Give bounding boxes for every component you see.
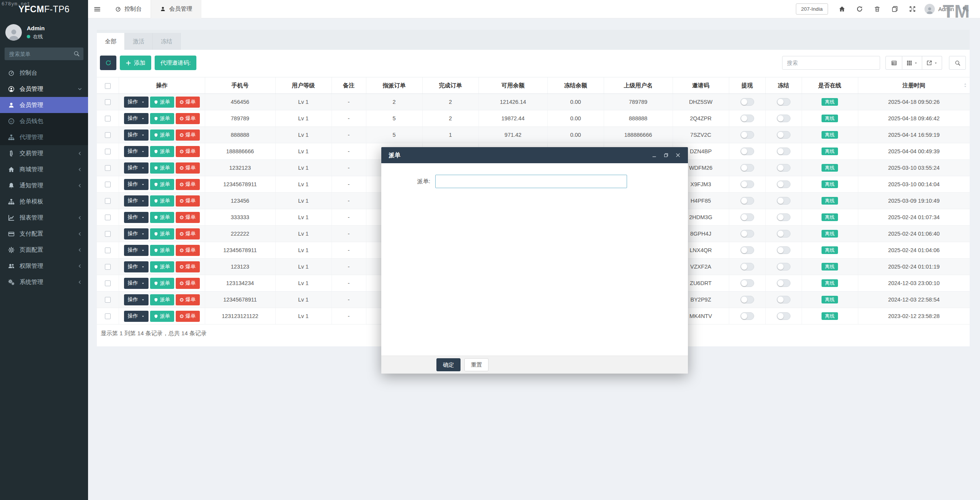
operate-button[interactable]: 操作 xyxy=(124,261,149,272)
operate-button[interactable]: 操作 xyxy=(124,162,149,174)
search-button[interactable] xyxy=(949,56,966,70)
freeze-toggle[interactable] xyxy=(777,180,791,188)
sidebar-item-system-mgmt[interactable]: 系统管理 xyxy=(0,274,88,290)
freeze-toggle[interactable] xyxy=(777,296,791,303)
trash-button[interactable] xyxy=(869,0,886,18)
row-checkbox[interactable] xyxy=(105,248,111,253)
topbar-tab-console[interactable]: 控制台 xyxy=(106,0,151,18)
withdraw-toggle[interactable] xyxy=(740,98,754,106)
freeze-toggle[interactable] xyxy=(777,230,791,238)
topbar-tab-member[interactable]: 会员管理 xyxy=(151,0,201,18)
operate-button[interactable]: 操作 xyxy=(124,146,149,157)
withdraw-toggle[interactable] xyxy=(740,296,754,303)
withdraw-toggle[interactable] xyxy=(740,115,754,122)
row-checkbox[interactable] xyxy=(105,313,111,319)
freeze-toggle[interactable] xyxy=(777,115,791,122)
table-search-input[interactable] xyxy=(782,56,880,70)
sidebar-item-perm-mgmt[interactable]: 权限管理 xyxy=(0,258,88,274)
row-checkbox[interactable] xyxy=(105,149,111,154)
dispatch-button[interactable]: 派单 xyxy=(150,195,174,207)
burst-button[interactable]: 爆单 xyxy=(176,130,200,141)
sidebar-item-member-wallet[interactable]: cc会员钱包 xyxy=(0,113,88,129)
tab-all[interactable]: 全部 xyxy=(97,33,125,50)
refresh-button[interactable] xyxy=(100,56,116,70)
burst-button[interactable]: 爆单 xyxy=(176,311,200,322)
operate-button[interactable]: 操作 xyxy=(124,228,149,239)
row-checkbox[interactable] xyxy=(105,182,111,187)
menu-search-input[interactable] xyxy=(5,48,83,60)
burst-button[interactable]: 爆单 xyxy=(176,261,200,272)
tab-active[interactable]: 激活 xyxy=(125,33,153,50)
operate-button[interactable]: 操作 xyxy=(124,245,149,256)
row-checkbox[interactable] xyxy=(105,264,111,270)
withdraw-toggle[interactable] xyxy=(740,263,754,270)
freeze-toggle[interactable] xyxy=(777,263,791,270)
sidebar-item-trade-mgmt[interactable]: 交易管理 xyxy=(0,145,88,161)
burst-button[interactable]: 爆单 xyxy=(176,294,200,305)
withdraw-toggle[interactable] xyxy=(740,148,754,155)
sidebar-item-member-mgmt[interactable]: 会员管理 xyxy=(0,97,88,113)
reset-button[interactable]: 重置 xyxy=(464,358,488,371)
row-checkbox[interactable] xyxy=(105,297,111,303)
operate-button[interactable]: 操作 xyxy=(124,195,149,207)
burst-button[interactable]: 爆单 xyxy=(176,162,200,174)
dispatch-input[interactable] xyxy=(435,175,627,188)
dispatch-button[interactable]: 派单 xyxy=(150,311,174,322)
sidebar-item-report-mgmt[interactable]: 报表管理 xyxy=(0,210,88,226)
sidebar-item-pay-config[interactable]: 支付配置 xyxy=(0,226,88,242)
toggle-pagination-button[interactable] xyxy=(885,56,902,70)
row-checkbox[interactable] xyxy=(105,132,111,138)
sidebar-item-notice-mgmt[interactable]: 通知管理 xyxy=(0,177,88,193)
dispatch-button[interactable]: 派单 xyxy=(150,113,174,124)
add-button[interactable]: 添加 xyxy=(120,56,151,70)
freeze-toggle[interactable] xyxy=(777,131,791,139)
dispatch-button[interactable]: 派单 xyxy=(150,261,174,272)
freeze-toggle[interactable] xyxy=(777,312,791,320)
dispatch-button[interactable]: 派单 xyxy=(150,130,174,141)
confirm-button[interactable]: 确定 xyxy=(436,358,461,371)
refresh-button[interactable] xyxy=(851,0,869,18)
columns-button[interactable] xyxy=(902,56,922,70)
dispatch-button[interactable]: 派单 xyxy=(150,294,174,305)
row-checkbox[interactable] xyxy=(105,198,111,204)
row-checkbox[interactable] xyxy=(105,280,111,286)
fullscreen-button[interactable] xyxy=(904,0,921,18)
withdraw-toggle[interactable] xyxy=(740,164,754,172)
site-select[interactable]: 207-India xyxy=(796,3,828,15)
withdraw-toggle[interactable] xyxy=(740,312,754,320)
burst-button[interactable]: 爆单 xyxy=(176,245,200,256)
tab-frozen[interactable]: 冻结 xyxy=(153,33,181,50)
home-button[interactable] xyxy=(833,0,851,18)
sidebar-item-grab-template[interactable]: 抢单模板 xyxy=(0,193,88,210)
operate-button[interactable]: 操作 xyxy=(124,212,149,223)
freeze-toggle[interactable] xyxy=(777,164,791,172)
freeze-toggle[interactable] xyxy=(777,279,791,287)
operate-button[interactable]: 操作 xyxy=(124,311,149,322)
withdraw-toggle[interactable] xyxy=(740,230,754,238)
row-checkbox[interactable] xyxy=(105,165,111,171)
dispatch-button[interactable]: 派单 xyxy=(150,245,174,256)
sort-icon[interactable] xyxy=(962,82,968,88)
withdraw-toggle[interactable] xyxy=(740,131,754,139)
minimize-icon[interactable] xyxy=(652,152,657,158)
freeze-toggle[interactable] xyxy=(777,213,791,221)
copy-button[interactable] xyxy=(886,0,904,18)
burst-button[interactable]: 爆单 xyxy=(176,278,200,289)
freeze-toggle[interactable] xyxy=(777,98,791,106)
burst-button[interactable]: 爆单 xyxy=(176,146,200,157)
dispatch-button[interactable]: 派单 xyxy=(150,278,174,289)
operate-button[interactable]: 操作 xyxy=(124,97,149,108)
dispatch-button[interactable]: 派单 xyxy=(150,162,174,174)
burst-button[interactable]: 爆单 xyxy=(176,113,200,124)
burst-button[interactable]: 爆单 xyxy=(176,179,200,190)
dispatch-button[interactable]: 派单 xyxy=(150,97,174,108)
withdraw-toggle[interactable] xyxy=(740,213,754,221)
dispatch-button[interactable]: 派单 xyxy=(150,179,174,190)
row-checkbox[interactable] xyxy=(105,215,111,220)
operate-button[interactable]: 操作 xyxy=(124,294,149,305)
operate-button[interactable]: 操作 xyxy=(124,130,149,141)
freeze-toggle[interactable] xyxy=(777,197,791,205)
operate-button[interactable]: 操作 xyxy=(124,179,149,190)
dispatch-button[interactable]: 派单 xyxy=(150,212,174,223)
operate-button[interactable]: 操作 xyxy=(124,278,149,289)
